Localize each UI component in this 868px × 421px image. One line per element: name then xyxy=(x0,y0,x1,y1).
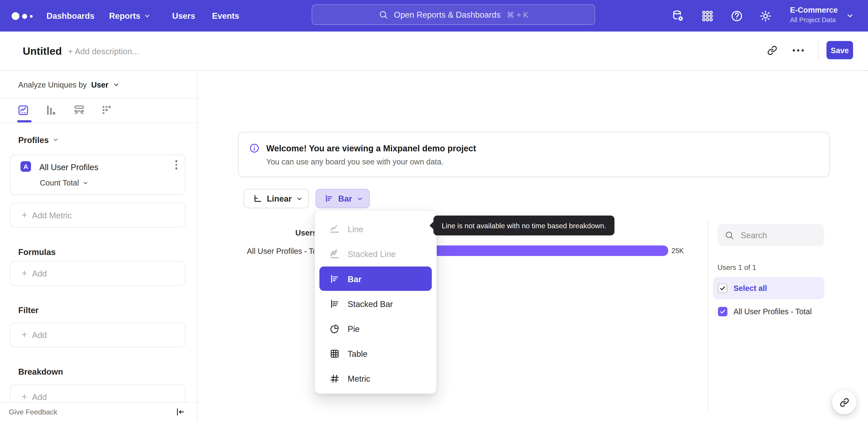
disabled-option-tooltip: Line is not available with no time based… xyxy=(434,216,615,235)
chart-row-label: All User Profiles - Total xyxy=(247,247,315,256)
copy-link-icon[interactable] xyxy=(767,46,777,55)
dropdown-item-table[interactable]: Table xyxy=(319,341,432,366)
report-title-bar: Untitled + Add description... xyxy=(0,32,868,71)
stacked-line-chart-icon xyxy=(329,248,340,259)
linear-axis-icon xyxy=(253,194,262,203)
metric-letter-badge: A xyxy=(21,161,31,172)
more-options-button[interactable] xyxy=(793,49,804,52)
logo-dot xyxy=(30,15,33,18)
add-formula-button[interactable]: + Add xyxy=(10,261,185,286)
check-icon xyxy=(720,285,726,291)
hash-metric-icon xyxy=(329,373,340,384)
active-tab-indicator xyxy=(17,120,32,122)
report-title[interactable]: Untitled xyxy=(23,32,62,71)
profiles-section-header[interactable]: Profiles xyxy=(18,135,59,145)
table-icon xyxy=(329,348,340,359)
tab-insights[interactable] xyxy=(17,104,29,116)
tab-flows[interactable] xyxy=(73,104,85,116)
profiles-label: Profiles xyxy=(18,135,49,145)
analyze-value-dropdown[interactable]: User xyxy=(91,80,108,89)
project-switcher[interactable]: E-Commerce All Project Data xyxy=(790,5,838,24)
info-icon xyxy=(249,143,260,153)
dropdown-item-line: Line xyxy=(319,217,432,241)
collapse-sidebar-icon[interactable] xyxy=(176,407,185,417)
divider xyxy=(708,222,708,414)
aggregation-dropdown[interactable]: Count Total xyxy=(40,178,88,187)
dropdown-label: Stacked Bar xyxy=(348,299,393,308)
dropdown-item-stacked-bar[interactable]: Stacked Bar xyxy=(319,291,432,316)
tab-retention[interactable] xyxy=(101,104,113,116)
search-icon xyxy=(378,10,388,20)
nav-events[interactable]: Events xyxy=(212,0,239,32)
line-chart-icon xyxy=(329,224,340,234)
series-checkbox[interactable] xyxy=(718,307,727,316)
dropdown-label: Bar xyxy=(348,274,362,283)
metric-options-button[interactable] xyxy=(175,160,177,169)
link-icon xyxy=(839,397,849,407)
apps-grid-icon[interactable] xyxy=(701,9,714,23)
share-link-fab[interactable] xyxy=(832,390,857,415)
global-search-button[interactable]: Open Reports & Dashboards ⌘ + K xyxy=(312,4,595,25)
chevron-down-icon xyxy=(53,137,59,143)
add-metric-label: Add Metric xyxy=(32,210,72,220)
chart-type-dropdown: Line Stacked Line Bar Stacked Bar Pie xyxy=(314,210,437,394)
dropdown-label: Pie xyxy=(348,324,360,333)
series-search-input[interactable] xyxy=(740,230,814,240)
logo-dot xyxy=(22,13,27,19)
add-description[interactable]: + Add description... xyxy=(68,32,139,71)
search-shortcut: ⌘ + K xyxy=(506,10,528,19)
nav-users[interactable]: Users xyxy=(172,0,195,32)
sidebar-footer: Give Feedback xyxy=(0,402,197,421)
breakdown-section-header: Breakdown xyxy=(18,367,63,376)
tooltip-arrow xyxy=(430,222,433,229)
divider xyxy=(0,122,197,123)
tab-funnels[interactable] xyxy=(45,104,57,116)
project-scope: All Project Data xyxy=(790,16,838,24)
divider xyxy=(818,41,819,60)
dropdown-item-metric[interactable]: Metric xyxy=(319,366,432,391)
add-breakdown-label: Add xyxy=(32,392,47,402)
chart-type-button[interactable]: Bar xyxy=(315,189,370,208)
save-button[interactable]: Save xyxy=(827,41,853,59)
data-management-icon[interactable] xyxy=(672,9,685,23)
chevron-down-icon xyxy=(82,180,88,186)
aggregation-label: Count Total xyxy=(40,178,79,187)
chevron-down-icon[interactable] xyxy=(113,81,119,88)
plus-icon: + xyxy=(22,391,27,402)
dropdown-item-pie[interactable]: Pie xyxy=(319,316,432,341)
metric-name: All User Profiles xyxy=(39,162,98,172)
help-icon[interactable] xyxy=(730,9,743,23)
scale-selector-button[interactable]: Linear xyxy=(244,189,309,208)
series-row[interactable]: All User Profiles - Total xyxy=(713,300,824,322)
project-name: E-Commerce xyxy=(790,5,838,14)
chart-bar-value: 25K xyxy=(672,247,684,255)
add-formula-label: Add xyxy=(32,269,47,278)
chevron-down-icon[interactable] xyxy=(846,11,854,20)
add-filter-button[interactable]: + Add xyxy=(10,322,185,347)
select-all-label: Select all xyxy=(734,284,767,292)
settings-gear-icon[interactable] xyxy=(759,9,772,23)
select-all-row[interactable]: Select all xyxy=(713,277,824,299)
give-feedback-link[interactable]: Give Feedback xyxy=(9,403,57,421)
dropdown-item-bar[interactable]: Bar xyxy=(319,266,432,291)
select-all-checkbox[interactable] xyxy=(718,283,727,293)
query-builder-sidebar: Analyze Uniques by User xyxy=(0,71,197,421)
metric-card[interactable]: A All User Profiles Count Total xyxy=(10,155,185,195)
tooltip-text: Line is not available with no time based… xyxy=(442,221,606,230)
bar-chart-icon xyxy=(329,274,340,284)
chevron-down-icon xyxy=(144,12,150,19)
mixpanel-logo[interactable] xyxy=(11,12,33,20)
dropdown-label: Metric xyxy=(348,374,370,383)
chevron-down-icon xyxy=(356,195,363,202)
series-search-box[interactable] xyxy=(717,224,825,246)
series-count-label: Users 1 of 1 xyxy=(717,263,756,272)
dropdown-item-stacked-line: Stacked Line xyxy=(319,242,432,266)
scale-label: Linear xyxy=(267,194,291,203)
nav-reports[interactable]: Reports xyxy=(109,0,150,32)
demo-project-banner xyxy=(238,132,830,177)
add-filter-label: Add xyxy=(32,330,47,340)
add-metric-button[interactable]: + Add Metric xyxy=(10,203,185,228)
nav-dashboards[interactable]: Dashboards xyxy=(46,0,94,32)
check-icon xyxy=(720,308,726,314)
nav-reports-label: Reports xyxy=(109,11,141,21)
